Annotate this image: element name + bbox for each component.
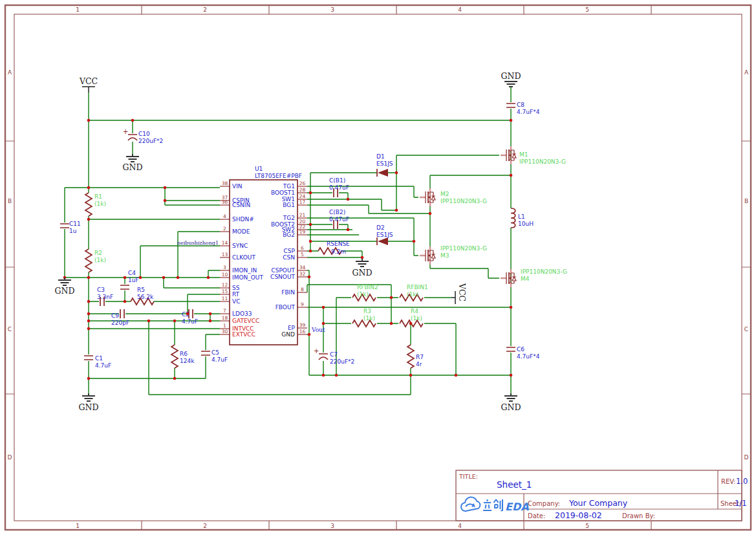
- ic-pin-name-EP[interactable]: EP: [288, 325, 296, 331]
- ic-pin-name-IMON_OUT[interactable]: IMON_OUT: [232, 274, 263, 281]
- ic-pin-name-VIN[interactable]: VIN: [232, 183, 243, 190]
- ic-pin-name-BOOST1[interactable]: BOOST1: [271, 190, 295, 196]
- component-ref-M1[interactable]: M1: [519, 151, 528, 158]
- component-value-C11[interactable]: 1u: [69, 228, 76, 234]
- component-value-C2[interactable]: 4.7uF: [182, 318, 198, 325]
- component-value-D1[interactable]: ES1JS: [376, 160, 393, 167]
- component-value-RFBIN1[interactable]: (1k): [407, 291, 418, 298]
- component-ref-C7[interactable]: C7: [330, 351, 338, 358]
- component-ref-R3[interactable]: R3: [363, 308, 371, 314]
- component-ref-C6[interactable]: C6: [517, 346, 524, 353]
- ic-pin-name-CSN[interactable]: CSN: [283, 254, 295, 261]
- component-ref-RSENSE[interactable]: RSENSE: [327, 241, 350, 247]
- component-ref-R7[interactable]: R7: [416, 354, 424, 360]
- mosfet-M1[interactable]: [501, 146, 516, 164]
- component-ref-M4[interactable]: IPP110N20N3-G: [521, 268, 567, 275]
- ic-pin-num-34[interactable]: 34: [299, 265, 306, 270]
- ic-pin-num-26[interactable]: 26: [299, 180, 306, 186]
- component-value-C6[interactable]: 4.7uF*4: [517, 353, 540, 360]
- ic-pin-name-VC[interactable]: VC: [232, 298, 240, 305]
- ic-pin-num-11[interactable]: 11: [222, 296, 228, 301]
- ic-pin-name-CLKOUT[interactable]: CLKOUT: [232, 254, 255, 261]
- ic-pin-num-36[interactable]: 36: [222, 199, 228, 205]
- ic-pin-num-30[interactable]: 30: [222, 329, 228, 334]
- component-value-D2[interactable]: ES1JS: [376, 232, 393, 238]
- component-ref-L1[interactable]: L1: [518, 213, 525, 220]
- ic-pin-name-RT[interactable]: RT: [232, 291, 240, 298]
- ic-pin-num-3[interactable]: 3: [223, 265, 226, 270]
- ic-pin-num-19[interactable]: 19: [299, 229, 306, 235]
- component-value-C3[interactable]: 3.3nF: [97, 294, 113, 300]
- component-ref-C5[interactable]: C5: [211, 349, 219, 356]
- ic-pin-num-9[interactable]: 9: [301, 301, 304, 307]
- component-value-R3[interactable]: (1k): [363, 315, 375, 322]
- component-ref-R2[interactable]: R2: [94, 250, 102, 256]
- component-value-M3[interactable]: M3: [440, 252, 449, 259]
- ic-pin-name-SYNC[interactable]: SYNC: [232, 243, 248, 249]
- ic-pin-num-10[interactable]: 10: [222, 272, 228, 278]
- component-ref-D2[interactable]: D2: [376, 224, 385, 231]
- net-label-gnd[interactable]: GND: [501, 71, 521, 81]
- component-ref-C(B2)[interactable]: C(B2): [329, 209, 345, 215]
- ic-pin-name-CSP[interactable]: CSP: [284, 248, 296, 254]
- ic-pin-num-14[interactable]: 14: [222, 240, 228, 246]
- component-ref-C1[interactable]: C1: [95, 355, 103, 362]
- component-ref-C9[interactable]: C9: [111, 312, 119, 319]
- component-value-C8[interactable]: 4.7uF*4: [517, 109, 540, 115]
- component-value-C1[interactable]: 4.7uF: [95, 362, 111, 369]
- net-label-vcc[interactable]: VCC: [457, 283, 467, 301]
- ic-pin-num-6[interactable]: 6: [301, 245, 304, 251]
- component-value-R7[interactable]: 4r: [416, 361, 422, 367]
- mosfet-M3[interactable]: [420, 246, 435, 265]
- component-ref-R4[interactable]: R4: [411, 308, 418, 314]
- net-label-gnd[interactable]: GND: [501, 402, 521, 412]
- net-label-gnd[interactable]: GND: [55, 286, 75, 296]
- component-ref-RFBIN2[interactable]: RFBIN2: [357, 284, 378, 290]
- component-value-C9[interactable]: 220pF: [111, 320, 129, 326]
- net-label-gnd[interactable]: GND: [352, 268, 373, 278]
- inductor-L1-symbol[interactable]: [511, 208, 515, 228]
- component-value-M2[interactable]: IPP110N20N3-G: [440, 198, 487, 204]
- ic-pin-num-1[interactable]: 1: [223, 323, 226, 329]
- annotation-Vout[interactable]: Vout: [311, 327, 325, 333]
- ic-pin-name-MODE[interactable]: MODE: [232, 228, 250, 235]
- component-value-R2[interactable]: (1k): [94, 257, 106, 263]
- component-value-C10[interactable]: 220uF*2: [138, 138, 163, 144]
- ic-pin-num-28[interactable]: 28: [299, 187, 306, 193]
- component-value-R4[interactable]: (1k): [411, 315, 422, 322]
- ic-pin-name-SHDN#[interactable]: SHDN#: [232, 216, 254, 223]
- component-value-L1[interactable]: 10uH: [518, 221, 534, 227]
- ic-pin-num-4[interactable]: 4: [223, 213, 226, 219]
- ic-pin-num-18[interactable]: 18: [222, 315, 228, 321]
- ic-pin-name-TG1[interactable]: TG1: [283, 183, 295, 190]
- ic-pin-num-15[interactable]: 15: [222, 289, 228, 294]
- ic-pin-name-GND[interactable]: GND: [281, 331, 295, 338]
- component-value-R5[interactable]: 56.2k: [137, 294, 154, 300]
- ic-pin-num-16[interactable]: 16: [299, 329, 306, 334]
- component-value-R6[interactable]: 124k: [180, 358, 195, 364]
- component-value-RFBIN2[interactable]: (1k): [357, 291, 369, 298]
- mosfet-M2[interactable]: [420, 188, 435, 206]
- component-ref-M3[interactable]: IPP110N20N3-G: [440, 245, 487, 252]
- ic-pin-name-FBOUT[interactable]: FBOUT: [275, 304, 296, 311]
- ic-pin-name-CSNOUT[interactable]: CSNOUT: [270, 274, 295, 280]
- component-ref-R5[interactable]: R5: [137, 287, 145, 293]
- ic-pin-num-21[interactable]: 21: [299, 212, 306, 218]
- annotation-neibushizhong1[interactable]: neibushizhong1: [177, 240, 219, 246]
- component-ref-U1[interactable]: U1: [255, 166, 263, 172]
- ic-pin-num-39[interactable]: 39: [299, 322, 306, 328]
- ic-pin-num-24[interactable]: 24: [299, 193, 306, 199]
- ic-pin-name-GATEVCC[interactable]: GATEVCC: [232, 318, 259, 324]
- ic-pin-num-5[interactable]: 5: [301, 252, 304, 257]
- component-ref-C(B1)[interactable]: C(B1): [329, 177, 345, 184]
- ic-pin-num-13[interactable]: 13: [222, 252, 228, 257]
- ic-pin-num-17[interactable]: 17: [299, 199, 306, 205]
- component-value-M4[interactable]: M4: [521, 276, 530, 282]
- component-ref-C3[interactable]: C3: [97, 287, 105, 293]
- ic-pin-num-8[interactable]: 8: [301, 287, 304, 292]
- ic-pin-num-2[interactable]: 2: [223, 226, 226, 232]
- component-value-RSENSE[interactable]: 9.2m: [331, 248, 346, 255]
- ic-pin-name-BG2[interactable]: BG2: [283, 232, 295, 238]
- net-label-gnd[interactable]: GND: [79, 402, 99, 412]
- ic-pin-name-TG2[interactable]: TG2: [283, 215, 295, 221]
